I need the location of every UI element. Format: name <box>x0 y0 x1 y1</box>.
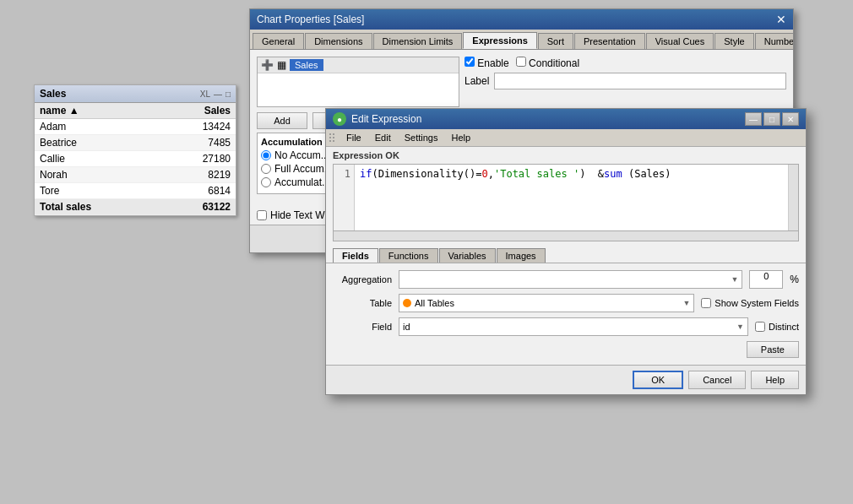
hide-text-checkbox[interactable] <box>257 210 267 220</box>
row-sales: 7485 <box>159 135 236 151</box>
add-button[interactable]: Add <box>257 112 307 129</box>
table-row: Table All Tables ▼ Show System Fields <box>333 294 799 312</box>
line-numbers: 1 <box>334 165 355 230</box>
code-scrollbar-horizontal[interactable] <box>333 231 799 241</box>
edit-expr-menubar: File Edit Settings Help <box>326 129 806 147</box>
show-system-fields-label: Show System Fields <box>701 298 799 308</box>
aggregation-arrow-icon: ▼ <box>731 275 738 284</box>
table-select[interactable]: All Tables ▼ <box>399 294 694 312</box>
menu-help[interactable]: Help <box>444 131 477 144</box>
fields-form: Aggregation ▼ 0 % Table All Tables ▼ Sho… <box>326 263 806 365</box>
tab-presentation[interactable]: Presentation <box>574 33 645 49</box>
table-row: Beatrice7485 <box>35 135 236 151</box>
tab-visual-cues[interactable]: Visual Cues <box>646 33 714 49</box>
edit-expr-ok-button[interactable]: OK <box>633 371 683 389</box>
expressions-right: Enable Conditional Label <box>465 57 786 107</box>
edit-expr-icon: ● <box>333 112 346 126</box>
aggregation-select[interactable]: ▼ <box>399 270 742 289</box>
distinct-label: Distinct <box>755 322 799 332</box>
chart-props-tabs: General Dimensions Dimension Limits Expr… <box>250 30 793 50</box>
no-accum-label: No Accum... <box>274 149 329 161</box>
sales-minimize-icon[interactable]: — <box>214 89 222 99</box>
tab-dimensions[interactable]: Dimensions <box>305 33 372 49</box>
conditional-checkbox[interactable] <box>516 57 526 67</box>
fields-tab-variables[interactable]: Variables <box>439 248 496 263</box>
label-text-input[interactable] <box>494 73 786 89</box>
tab-expressions[interactable]: Expressions <box>463 32 536 49</box>
edit-expr-titlebar: ● Edit Expression — □ ✕ <box>326 109 806 129</box>
tab-dimension-limits[interactable]: Dimension Limits <box>373 33 463 49</box>
fields-tab-functions[interactable]: Functions <box>379 248 438 263</box>
code-editor[interactable]: 1 if(Dimensionality()=0,'Total sales ') … <box>333 164 799 231</box>
edit-expr-bottom: OK Cancel Help <box>326 365 806 394</box>
row-sales: 27180 <box>159 151 236 167</box>
sales-panel-controls: XL — □ <box>200 89 231 99</box>
label-row: Label <box>465 73 786 89</box>
aggregation-row: Aggregation ▼ 0 % <box>333 270 799 289</box>
edit-expr-close-button[interactable]: ✕ <box>782 112 799 126</box>
fields-tab-images[interactable]: Images <box>497 248 546 263</box>
aggregation-label: Aggregation <box>333 274 392 285</box>
tab-sort[interactable]: Sort <box>538 33 573 49</box>
edit-expr-maximize-button[interactable]: □ <box>763 112 780 126</box>
edit-expr-titlebar-btns: — □ ✕ <box>745 112 799 126</box>
expressions-area: ➕ ▦ Sales Enable Conditional <box>257 57 786 107</box>
chart-props-title: Chart Properties [Sales] <box>257 14 364 25</box>
chart-props-close-button[interactable]: ✕ <box>776 13 786 26</box>
tree-table-icon: ▦ <box>277 59 286 71</box>
distinct-checkbox[interactable] <box>755 322 765 332</box>
row-sales: 8219 <box>159 167 236 183</box>
row-name: Callie <box>35 151 159 167</box>
sales-panel-xl: XL <box>200 89 210 99</box>
row-name: Beatrice <box>35 135 159 151</box>
aggregation-pct-input[interactable]: 0 <box>749 270 783 289</box>
label-field-label: Label <box>465 75 489 87</box>
row-name: Tore <box>35 183 159 199</box>
tab-number[interactable]: Number <box>755 33 793 49</box>
tab-style[interactable]: Style <box>714 33 753 49</box>
sales-panel: Sales XL — □ name ▲ Sales Adam13424Beatr… <box>34 84 236 216</box>
paste-row: Paste <box>333 341 799 358</box>
conditional-checkbox-label: Conditional <box>516 57 579 69</box>
tab-general[interactable]: General <box>253 33 304 49</box>
code-content[interactable]: if(Dimensionality()=0,'Total sales ') &s… <box>355 165 788 230</box>
table-label: Table <box>333 298 392 308</box>
paste-button[interactable]: Paste <box>747 341 799 358</box>
col-name-header: name ▲ <box>35 103 159 119</box>
accumulate-radio[interactable] <box>261 177 271 187</box>
full-accum-radio[interactable] <box>261 164 271 174</box>
edit-expr-minimize-button[interactable]: — <box>745 112 762 126</box>
menu-edit[interactable]: Edit <box>368 131 398 144</box>
col-sales-header: Sales <box>159 103 236 119</box>
expressions-tree-header: ➕ ▦ Sales <box>258 57 459 73</box>
edit-expr-help-button[interactable]: Help <box>751 371 799 389</box>
expr-status: Expression OK <box>326 147 806 164</box>
menu-settings[interactable]: Settings <box>398 131 445 144</box>
table-row: Callie27180 <box>35 151 236 167</box>
table-arrow-icon: ▼ <box>682 299 690 307</box>
edit-expr-title-area: ● Edit Expression <box>333 112 421 126</box>
enable-checkbox[interactable] <box>465 57 475 67</box>
table-row: Adam13424 <box>35 119 236 135</box>
expressions-tree: ➕ ▦ Sales <box>257 57 459 107</box>
row-sales: 6814 <box>159 183 236 199</box>
sales-maximize-icon[interactable]: □ <box>225 89 231 99</box>
sales-panel-title: Sales <box>40 88 66 100</box>
code-scrollbar-vertical[interactable] <box>788 165 798 230</box>
table-row: Tore6814 <box>35 183 236 199</box>
field-row: Field id ▼ Distinct <box>333 317 799 336</box>
edit-expr-title-text: Edit Expression <box>351 113 421 125</box>
expressions-label: Sales <box>290 59 323 71</box>
fields-tab-fields[interactable]: Fields <box>333 248 378 263</box>
row-name: Adam <box>35 119 159 135</box>
edit-expr-cancel-button[interactable]: Cancel <box>688 371 746 389</box>
show-system-fields-checkbox[interactable] <box>701 298 711 308</box>
pct-symbol: % <box>790 274 799 285</box>
field-select[interactable]: id ▼ <box>399 317 748 336</box>
menu-file[interactable]: File <box>340 131 368 144</box>
tree-expand-icon[interactable]: ➕ <box>261 59 274 71</box>
accumulate-label: Accumulat... <box>274 176 330 188</box>
no-accum-radio[interactable] <box>261 150 271 160</box>
enable-row: Enable Conditional <box>465 57 786 69</box>
row-sales: 13424 <box>159 119 236 135</box>
